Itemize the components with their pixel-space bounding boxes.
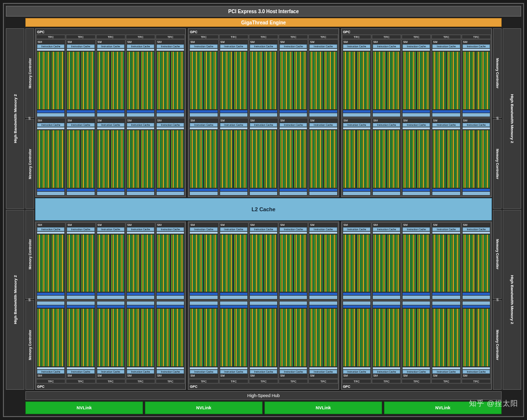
load-store-units xyxy=(37,305,64,308)
core-partition xyxy=(51,234,65,293)
instruction-cache: Instruction Cache xyxy=(220,227,247,231)
core-partition xyxy=(51,308,65,367)
cuda-core-array xyxy=(403,234,430,293)
tpc-label: TPC xyxy=(462,35,491,39)
cuda-core-array xyxy=(280,51,307,110)
shared-memory xyxy=(127,301,154,305)
core-partition xyxy=(294,51,307,110)
core-partition xyxy=(37,51,51,110)
tpc-label: TPC xyxy=(308,379,338,383)
shared-memory xyxy=(190,296,217,299)
tpc-label: TPC xyxy=(156,379,185,383)
shared-memory xyxy=(250,113,277,117)
core-partition xyxy=(190,234,203,293)
tpc-label: TPC xyxy=(342,379,371,383)
sm-row: SMInstruction CacheSMInstruction CacheSM… xyxy=(36,118,185,196)
sm-block: Instruction CacheSM xyxy=(189,300,218,379)
dispatch-row xyxy=(220,49,247,51)
sm-label: SM xyxy=(157,40,184,44)
shared-memory xyxy=(280,192,307,195)
sm-grid: SMInstruction CacheSMInstruction CacheSM… xyxy=(342,222,491,379)
hbm2-block: High Bandwidth Memory 2⇄ xyxy=(6,210,24,390)
load-store-units xyxy=(432,293,460,295)
load-store-units xyxy=(309,293,337,295)
instruction-cache: Instruction Cache xyxy=(463,44,490,48)
gpc-block: SMInstruction CacheSMInstruction CacheSM… xyxy=(341,221,492,390)
sm-label: SM xyxy=(37,40,64,44)
instruction-cache: Instruction Cache xyxy=(403,227,430,231)
sm-row: SMInstruction CacheSMInstruction CacheSM… xyxy=(36,40,185,118)
instruction-cache: Instruction Cache xyxy=(403,123,430,127)
sm-label: SM xyxy=(127,40,154,44)
sm-block: SMInstruction Cache xyxy=(342,40,371,118)
shared-memory xyxy=(280,301,307,305)
shared-memory xyxy=(343,296,370,299)
cuda-core-array xyxy=(432,234,460,293)
sm-block: SMInstruction Cache xyxy=(462,222,491,300)
sm-label: SM xyxy=(280,119,307,122)
shared-memory xyxy=(403,301,430,305)
core-partition xyxy=(37,130,51,188)
load-store-units xyxy=(157,293,184,295)
bidir-arrow-icon: ⇄ xyxy=(29,298,31,301)
instruction-cache: Instruction Cache xyxy=(343,370,370,374)
core-partition xyxy=(357,130,370,188)
shared-memory xyxy=(67,192,94,195)
sm-block: SMInstruction Cache xyxy=(431,40,461,118)
sm-block: SMInstruction Cache xyxy=(36,118,65,196)
core-partition xyxy=(294,234,307,293)
core-partition xyxy=(309,130,323,188)
sm-label: SM xyxy=(250,374,277,378)
sm-block: SMInstruction Cache xyxy=(249,118,278,196)
gpc-label: GPC xyxy=(189,384,338,389)
core-partition xyxy=(127,130,141,188)
sm-block: SMInstruction Cache xyxy=(462,40,491,118)
core-partition xyxy=(343,130,357,188)
dispatch-row xyxy=(37,232,64,234)
shared-memory xyxy=(463,113,490,117)
tpc-row: TPCTPCTPCTPCTPC xyxy=(189,35,338,39)
core-partition xyxy=(476,130,490,188)
cuda-core-array xyxy=(157,308,184,367)
shared-memory xyxy=(157,301,184,305)
sm-label: SM xyxy=(432,40,460,44)
core-partition xyxy=(67,130,81,188)
sm-block: SMInstruction Cache xyxy=(402,222,431,300)
core-partition xyxy=(432,130,446,188)
hbm-left-column: High Bandwidth Memory 2⇄ High Bandwidth … xyxy=(6,28,24,390)
shared-memory xyxy=(67,113,94,117)
sm-label: SM xyxy=(67,374,94,378)
dispatch-row xyxy=(309,367,337,369)
instruction-cache: Instruction Cache xyxy=(250,123,277,127)
sm-row: Instruction CacheSMInstruction CacheSMIn… xyxy=(189,300,338,379)
shared-memory xyxy=(37,192,64,195)
dispatch-row xyxy=(190,49,217,51)
load-store-units xyxy=(190,305,217,308)
sm-block: SMInstruction Cache xyxy=(402,118,431,196)
load-store-units xyxy=(373,305,400,308)
core-partition xyxy=(280,130,293,188)
tpc-label: TPC xyxy=(66,379,95,383)
sm-label: SM xyxy=(403,119,430,122)
core-partition xyxy=(234,308,247,367)
tpc-label: TPC xyxy=(219,379,248,383)
sm-block: SMInstruction Cache xyxy=(308,222,338,300)
sm-row: SMInstruction CacheSMInstruction CacheSM… xyxy=(342,40,491,118)
core-partition xyxy=(141,130,154,188)
dispatch-row xyxy=(250,127,277,129)
sm-row: SMInstruction CacheSMInstruction CacheSM… xyxy=(189,222,338,300)
sm-block: Instruction CacheSM xyxy=(66,300,95,379)
cuda-core-array xyxy=(309,51,337,110)
sm-block: SMInstruction Cache xyxy=(308,40,338,118)
core-partition xyxy=(309,308,323,367)
cuda-core-array xyxy=(97,130,124,188)
core-partition xyxy=(220,234,234,293)
core-partition xyxy=(127,51,141,110)
shared-memory xyxy=(250,192,277,195)
sm-label: SM xyxy=(280,40,307,44)
core-partition xyxy=(97,234,111,293)
shared-memory xyxy=(37,301,64,305)
sm-label: SM xyxy=(403,374,430,378)
hbm-right-column: ⇄High Bandwidth Memory 2 ⇄High Bandwidth… xyxy=(503,28,521,390)
instruction-cache: Instruction Cache xyxy=(432,370,460,374)
